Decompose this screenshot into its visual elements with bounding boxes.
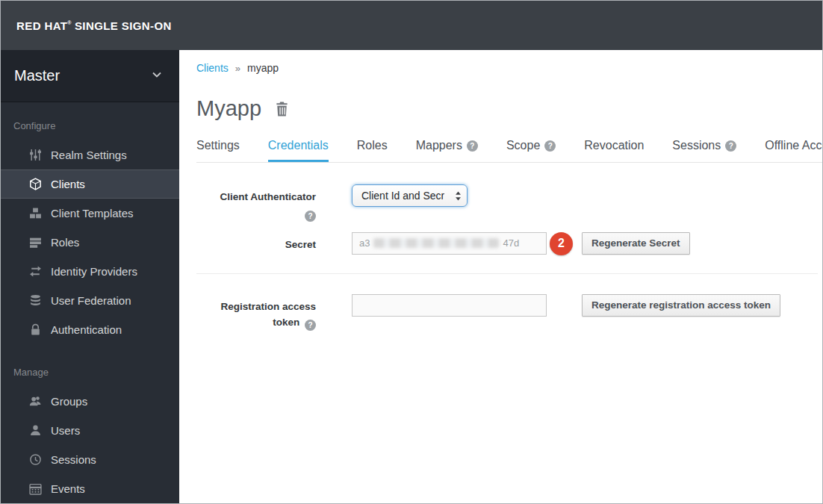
calendar-icon [29, 482, 42, 495]
sliders-icon [29, 149, 42, 161]
tab-offline-access[interactable]: Offline Access [765, 139, 822, 162]
breadcrumb-clients-link[interactable]: Clients [196, 62, 229, 74]
tab-label: Revocation [584, 139, 644, 152]
sidebar-item-label: Authentication [51, 323, 122, 336]
help-icon: ? [544, 140, 556, 152]
select-value: Client Id and Secr [361, 190, 444, 202]
client-authenticator-row: Client Authenticator ? Client Id and Sec… [196, 184, 822, 222]
secret-input[interactable]: a347d [352, 232, 547, 255]
registration-token-input[interactable] [352, 294, 547, 317]
sidebar-item-label: Roles [51, 236, 79, 249]
sidebar-item-label: Client Templates [51, 207, 134, 220]
sidebar-item-identity-providers[interactable]: Identity Providers [1, 257, 179, 286]
secret-row: Secret a347d 2 Regenerate Secret [196, 232, 822, 255]
user-icon [29, 424, 42, 437]
main-content: Clients » myapp Myapp Settings Credentia… [179, 50, 822, 503]
help-icon: ? [467, 140, 478, 152]
tab-settings[interactable]: Settings [196, 139, 240, 162]
sidebar-item-label: Events [51, 482, 85, 495]
sidebar-item-user-federation[interactable]: User Federation [1, 286, 179, 315]
sidebar-item-label: Identity Providers [51, 265, 137, 278]
client-authenticator-select[interactable]: Client Id and Secr [352, 184, 468, 207]
realm-selector-label: Master [14, 67, 60, 84]
secret-value-prefix: a3 [359, 237, 370, 249]
brand-name: RED HAT [16, 19, 67, 32]
tab-credentials[interactable]: Credentials [268, 139, 329, 162]
tab-scope[interactable]: Scope? [506, 139, 556, 162]
sidebar-item-realm-settings[interactable]: Realm Settings [1, 140, 179, 169]
tab-label: Roles [357, 139, 388, 152]
sidebar-item-label: Users [51, 424, 80, 437]
sidebar-item-sessions[interactable]: Sessions [1, 445, 179, 474]
sidebar-item-label: Groups [51, 395, 87, 408]
regenerate-secret-button[interactable]: Regenerate Secret [582, 232, 690, 255]
lock-icon [29, 323, 42, 336]
tab-label: Scope [506, 139, 540, 152]
tab-bar: Settings Credentials Roles Mappers? Scop… [196, 139, 822, 163]
product-logo: RED HAT®SINGLE SIGN-ON [16, 19, 172, 32]
sidebar-item-events[interactable]: Events [1, 474, 179, 503]
realm-selector[interactable]: Master [1, 50, 179, 102]
sidebar-item-authentication[interactable]: Authentication [1, 315, 179, 344]
help-icon: ? [305, 320, 316, 331]
clock-icon [29, 453, 42, 466]
breadcrumb-separator: » [235, 63, 240, 74]
trademark-symbol: ® [67, 20, 72, 25]
app-window: RED HAT®SINGLE SIGN-ON Master Configure … [0, 0, 823, 504]
sidebar-item-label: Clients [51, 178, 85, 190]
tab-label: Mappers [416, 139, 462, 152]
registration-token-label: Registration accesstoken ? [196, 299, 316, 331]
users-icon [29, 395, 42, 408]
sidebar-section-manage: Manage [1, 344, 179, 387]
tab-roles[interactable]: Roles [357, 139, 388, 162]
list-bars-icon [29, 236, 42, 249]
tab-revocation[interactable]: Revocation [584, 139, 644, 162]
tab-label: Sessions [672, 139, 721, 152]
sidebar: Master Configure Realm Settings Clients … [1, 50, 179, 503]
cube-icon [29, 178, 42, 190]
breadcrumb: Clients » myapp [196, 62, 822, 74]
sidebar-item-label: Sessions [51, 453, 96, 466]
tab-sessions[interactable]: Sessions? [672, 139, 736, 162]
registration-token-row: Registration accesstoken ? Regenerate re… [196, 294, 822, 331]
tab-label: Settings [196, 139, 240, 152]
database-icon [29, 294, 42, 307]
tab-label: Offline Access [765, 139, 822, 152]
sidebar-item-users[interactable]: Users [1, 416, 179, 445]
sidebar-item-roles[interactable]: Roles [1, 228, 179, 257]
callout-badge-2: 2 [550, 232, 573, 255]
exchange-arrows-icon [29, 265, 42, 278]
secret-redacted-blur [373, 238, 499, 248]
select-stepper-icon [455, 190, 462, 202]
sidebar-item-groups[interactable]: Groups [1, 387, 179, 416]
secret-value-suffix: 47d [503, 237, 519, 249]
section-divider [196, 273, 818, 274]
page-title: Myapp [196, 96, 261, 121]
secret-label: Secret [196, 237, 316, 253]
credentials-form: Client Authenticator ? Client Id and Sec… [196, 184, 822, 331]
tab-mappers[interactable]: Mappers? [416, 139, 478, 162]
cubes-icon [29, 207, 42, 220]
help-icon: ? [305, 211, 316, 222]
sidebar-item-label: Realm Settings [51, 149, 127, 161]
top-header-bar: RED HAT®SINGLE SIGN-ON [1, 1, 822, 50]
sidebar-section-configure: Configure [1, 102, 179, 140]
sidebar-item-label: User Federation [51, 294, 131, 307]
product-name: SINGLE SIGN-ON [75, 19, 172, 32]
tab-label: Credentials [268, 139, 329, 152]
sidebar-item-client-templates[interactable]: Client Templates [1, 199, 179, 228]
chevron-down-icon [151, 69, 163, 84]
help-icon: ? [725, 140, 736, 152]
trash-icon[interactable] [274, 101, 290, 117]
regenerate-registration-token-button[interactable]: Regenerate registration access token [582, 294, 780, 317]
client-authenticator-label: Client Authenticator [196, 190, 316, 205]
sidebar-item-clients[interactable]: Clients [1, 169, 179, 199]
breadcrumb-current: myapp [247, 62, 279, 74]
